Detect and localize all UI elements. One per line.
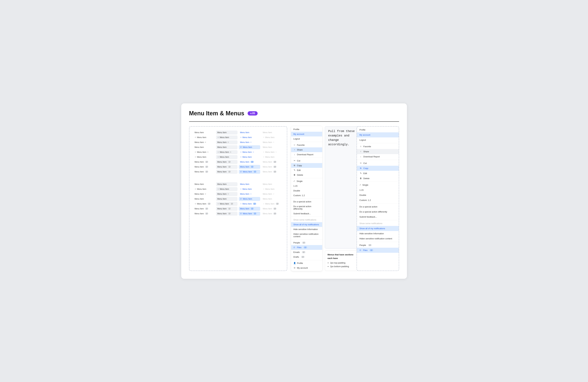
- menu-item-single[interactable]: Single: [291, 179, 322, 184]
- right-item-action2[interactable]: Do a special action differently: [357, 209, 399, 214]
- menu-item-hide-sensitive[interactable]: Hide sensitive Information: [291, 227, 322, 232]
- menu-item-cut[interactable]: ✂Cut: [291, 158, 322, 163]
- middle-menu: Profile My account Logout ☆Favorite ↑Sha…: [291, 126, 322, 271]
- right-item-custom[interactable]: Custom: 1.2: [357, 198, 399, 203]
- right-item-hide-content[interactable]: Hiden sensitive notification content: [357, 236, 399, 241]
- menu-item-download[interactable]: ↓Download Report: [291, 152, 322, 157]
- menu-item-files[interactable]: ☑Files12: [291, 245, 322, 250]
- list-item[interactable]: Menu Item☆: [239, 192, 260, 196]
- right-item-favorite[interactable]: ☆Favorite: [357, 144, 399, 149]
- menu-item-people[interactable]: People12: [291, 240, 322, 245]
- menu-item-hide-content[interactable]: Hiden sensitive notification content: [291, 232, 322, 239]
- list-item[interactable]: ☆Menu Item: [193, 155, 215, 159]
- badge: 12: [228, 166, 231, 168]
- list-item[interactable]: Menu Item12: [193, 170, 215, 174]
- list-item[interactable]: Menu Item: [193, 130, 215, 134]
- list-item[interactable]: Menu Item12: [216, 165, 237, 169]
- menu-item-share[interactable]: ↑Share: [291, 148, 322, 152]
- list-item[interactable]: Menu Item: [216, 197, 237, 201]
- right-item-show-all[interactable]: Show all of my notifications: [357, 226, 399, 231]
- list-item[interactable]: ☆Menu Item: [239, 135, 260, 139]
- list-item[interactable]: Menu Item12: [216, 212, 237, 216]
- list-item[interactable]: ☆Menu Item12: [216, 202, 237, 206]
- list-item[interactable]: ☆Menu Item12: [239, 202, 260, 206]
- menu-item-custom[interactable]: Custom: 1.2: [291, 193, 322, 198]
- right-item-action1[interactable]: Do a special action: [357, 204, 399, 209]
- menu-item-special-differently[interactable]: Do a special action differently: [291, 204, 322, 211]
- list-item[interactable]: ☆Menu Item12: [193, 202, 215, 206]
- menu-item-special-action[interactable]: Do a special action: [291, 199, 322, 204]
- menu-item-myaccount[interactable]: My account: [291, 132, 322, 136]
- menu-item-profile2[interactable]: 👤Profile: [291, 261, 322, 266]
- list-item[interactable]: Menu Item☆: [216, 140, 237, 144]
- list-item[interactable]: Menu Item: [216, 130, 237, 134]
- list-item[interactable]: Menu Item☆: [216, 192, 237, 196]
- menu-item-logout[interactable]: Logout: [291, 136, 322, 141]
- list-item[interactable]: ☆Menu Item: [193, 187, 215, 191]
- list-item[interactable]: Menu Item: [239, 182, 260, 186]
- list-item[interactable]: Menu Item: [193, 197, 215, 201]
- right-item-single[interactable]: Single: [357, 182, 399, 188]
- list-item[interactable]: ☆Menu Item☆: [216, 150, 237, 154]
- menu-item-show-all[interactable]: Show all of my notifications: [291, 222, 322, 227]
- list-item[interactable]: Menu Item12: [239, 160, 260, 164]
- list-item[interactable]: Menu Item12: [193, 165, 215, 169]
- menu-item-favorite[interactable]: ☆Favorite: [291, 143, 322, 148]
- menu-item-edit[interactable]: ✎Edit: [291, 168, 322, 173]
- list-item[interactable]: Menu Item: [239, 130, 260, 134]
- right-item-cut[interactable]: ✂Cut: [357, 161, 399, 166]
- list-item[interactable]: Menu Item12: [193, 207, 215, 211]
- list-item[interactable]: Menu Item12: [216, 207, 237, 211]
- right-item-feedback[interactable]: Submit feedback...: [357, 214, 399, 219]
- list-item[interactable]: Menu Item☆: [239, 140, 260, 144]
- list-item[interactable]: ☆Menu Item: [239, 187, 260, 191]
- list-item[interactable]: ☆Menu Item: [216, 155, 237, 159]
- list-item[interactable]: ☑Menu Item12: [239, 212, 260, 216]
- menu-item-copy[interactable]: ⧉Copy: [291, 163, 322, 168]
- right-item-115[interactable]: 1.15: [357, 188, 399, 192]
- right-item-delete[interactable]: 🗑Delete: [357, 176, 399, 181]
- list-item[interactable]: Menu Item: [193, 145, 215, 149]
- list-item[interactable]: Menu Item12: [216, 170, 237, 174]
- list-item[interactable]: ☑Menu Item12: [239, 170, 260, 174]
- menu-item-drafts[interactable]: Drafts12: [291, 255, 322, 259]
- menu-item-profile[interactable]: Profile: [291, 127, 322, 132]
- right-item-logout[interactable]: Logout: [357, 137, 399, 143]
- list-item[interactable]: ☆Menu Item☆: [193, 150, 215, 154]
- menu-item-feedback[interactable]: Submit feedback...: [291, 211, 322, 216]
- list-item[interactable]: Menu Item12: [193, 160, 215, 164]
- list-item[interactable]: Menu Item12: [239, 165, 260, 169]
- list-item[interactable]: ☆Menu Item: [216, 187, 237, 191]
- star-icon: ☆: [275, 151, 277, 153]
- right-item-copy[interactable]: ⧉Copy: [357, 166, 399, 171]
- right-item-profile[interactable]: Profile: [357, 127, 399, 132]
- list-item[interactable]: Menu Item12: [239, 207, 260, 211]
- right-item-download[interactable]: ↓Download Report: [357, 154, 399, 159]
- right-item-double[interactable]: Double: [357, 192, 399, 198]
- list-item[interactable]: ☆Menu Item: [216, 135, 237, 139]
- list-item[interactable]: ☑Menu Item: [239, 145, 260, 149]
- list-item[interactable]: Menu Item12: [193, 212, 215, 216]
- right-item-files[interactable]: ☑Files12: [357, 248, 399, 253]
- right-item-people[interactable]: People12: [357, 243, 399, 248]
- menu-item-myaccount2[interactable]: ⊙My account: [291, 266, 322, 270]
- menu-item-emails[interactable]: Emails12: [291, 250, 322, 255]
- right-item-myaccount[interactable]: My account: [357, 132, 399, 137]
- menu-item-delete[interactable]: 🗑Delete: [291, 173, 322, 177]
- right-item-edit[interactable]: ✎Edit: [357, 171, 399, 176]
- right-item-share[interactable]: ↑Share: [357, 149, 399, 154]
- list-item[interactable]: ☆Menu Item: [193, 135, 215, 139]
- item-label: Menu Item: [265, 136, 275, 139]
- right-item-hide-sens[interactable]: Hide sensitive Information: [357, 231, 399, 236]
- menu-item-115[interactable]: 1.15: [291, 184, 322, 188]
- menu-item-double[interactable]: Double: [291, 188, 322, 193]
- list-item[interactable]: Menu Item: [216, 182, 237, 186]
- list-item[interactable]: ☆Menu Item☆: [239, 150, 260, 154]
- list-item[interactable]: ☆Menu Item: [239, 155, 260, 159]
- list-item[interactable]: Menu Item: [216, 145, 237, 149]
- list-item[interactable]: Menu Item12: [216, 160, 237, 164]
- list-item[interactable]: Menu Item: [193, 182, 215, 186]
- list-item[interactable]: Menu Item☆: [193, 192, 215, 196]
- list-item[interactable]: Menu Item☆: [193, 140, 215, 144]
- list-item[interactable]: ☑Menu Item: [239, 197, 260, 201]
